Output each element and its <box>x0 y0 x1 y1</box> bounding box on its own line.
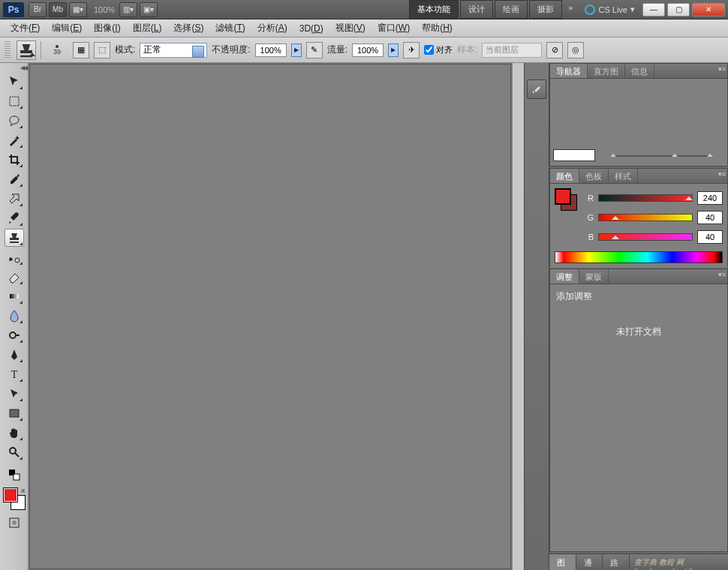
sample-select[interactable]: 当前图层 <box>482 43 542 58</box>
r-slider[interactable] <box>598 194 693 202</box>
stamp-tool[interactable] <box>5 229 24 247</box>
dodge-tool[interactable] <box>5 326 24 344</box>
gradient-tool[interactable] <box>5 287 24 305</box>
tab-channels[interactable]: 通道 <box>576 554 603 570</box>
move-tool[interactable] <box>5 73 24 91</box>
minimize-button[interactable]: — <box>642 3 665 16</box>
minibridge-button[interactable]: Mb <box>49 2 67 17</box>
flow-input[interactable]: 100% <box>352 44 384 57</box>
tab-adjustments[interactable]: 调整 <box>550 269 579 284</box>
toggle-brushes-panel[interactable]: ▦ <box>73 42 89 58</box>
shape-tool[interactable] <box>5 404 24 422</box>
zoom-in-icon[interactable] <box>707 151 713 157</box>
opacity-pressure-button[interactable]: ✎ <box>306 42 323 58</box>
marquee-tool[interactable] <box>5 92 24 110</box>
color-swatch-pair[interactable] <box>555 188 577 211</box>
airbrush-button[interactable]: ✈ <box>403 42 420 58</box>
arrange-docs-button[interactable]: ▥▾ <box>119 2 137 17</box>
menu-3d[interactable]: 3D(D) <box>293 21 329 36</box>
tab-swatches[interactable]: 色板 <box>579 169 609 183</box>
menu-filter[interactable]: 滤镜(T) <box>209 20 251 37</box>
menu-select[interactable]: 选择(S) <box>167 20 209 37</box>
zoom-out-icon[interactable] <box>610 151 616 157</box>
pressure-size-button[interactable]: ◎ <box>567 42 584 58</box>
navigator-zoom-input[interactable] <box>553 149 595 161</box>
menu-window[interactable]: 窗口(W) <box>372 20 416 37</box>
flow-flyout[interactable]: ▶ <box>388 44 399 57</box>
opacity-input[interactable]: 100% <box>255 44 287 57</box>
vertical-scrollbar[interactable] <box>512 63 524 570</box>
b-slider[interactable] <box>598 233 693 241</box>
view-extras-button[interactable]: ▦▾ <box>69 2 87 17</box>
tab-layers[interactable]: 图层 <box>549 554 576 570</box>
menu-view[interactable]: 视图(V) <box>329 20 372 37</box>
color-swatches[interactable]: ⤭ <box>3 488 26 510</box>
foreground-color[interactable] <box>3 488 18 502</box>
brush-tool[interactable] <box>5 209 24 227</box>
healing-tool[interactable] <box>5 190 24 208</box>
close-button[interactable]: ✕ <box>692 3 725 16</box>
options-grip[interactable] <box>5 41 11 59</box>
type-tool[interactable]: T <box>5 365 24 383</box>
tab-masks[interactable]: 蒙版 <box>579 269 609 284</box>
opacity-flyout[interactable]: ▶ <box>291 44 302 57</box>
tab-color[interactable]: 颜色 <box>550 169 579 183</box>
brush-preset-picker[interactable]: 39 <box>46 40 68 60</box>
blend-mode-select[interactable]: 正常 <box>140 43 207 58</box>
tab-histogram[interactable]: 直方图 <box>588 64 625 78</box>
g-slider[interactable] <box>598 214 693 221</box>
lasso-tool[interactable] <box>5 112 24 130</box>
workspace-design[interactable]: 设计 <box>460 0 493 19</box>
eyedropper-tool[interactable] <box>5 170 24 188</box>
zoom-slider-thumb[interactable] <box>672 151 678 157</box>
tab-info[interactable]: 信息 <box>625 64 654 78</box>
hand-tool[interactable] <box>5 424 24 442</box>
cslive-button[interactable]: CS Live ▾ <box>585 4 635 15</box>
tab-navigator[interactable]: 导航器 <box>550 64 588 78</box>
pen-tool[interactable] <box>5 346 24 364</box>
menu-analysis[interactable]: 分析(A) <box>251 20 293 37</box>
ignore-adjustment-button[interactable]: ⊘ <box>546 42 563 58</box>
canvas[interactable] <box>29 64 511 569</box>
crop-tool[interactable] <box>5 151 24 169</box>
color-spectrum[interactable] <box>555 251 723 263</box>
zoom-display[interactable]: 100% <box>94 5 115 14</box>
menu-edit[interactable]: 编辑(E) <box>46 20 88 37</box>
menu-layer[interactable]: 图层(L) <box>127 20 168 37</box>
menu-image[interactable]: 图像(I) <box>88 20 126 37</box>
current-tool-preset[interactable] <box>17 40 36 60</box>
adjustments-panel-menu[interactable]: ▾≡ <box>718 271 726 278</box>
workspace-photography[interactable]: 摄影 <box>529 0 562 19</box>
toolbox-collapse[interactable]: ◀◀ <box>0 64 28 72</box>
maximize-button[interactable]: ▢ <box>667 3 690 16</box>
blur-tool[interactable] <box>5 307 24 325</box>
menu-file[interactable]: 文件(F) <box>5 20 46 37</box>
wand-tool[interactable] <box>5 131 24 149</box>
workspace-painting[interactable]: 绘画 <box>495 0 528 19</box>
tab-paths[interactable]: 路径 <box>603 554 630 570</box>
screen-mode-button[interactable]: ▣▾ <box>140 2 158 17</box>
navigator-panel-menu[interactable]: ▾≡ <box>718 65 726 73</box>
navigator-zoom-slider[interactable] <box>610 154 712 158</box>
toggle-clone-panel[interactable]: ⬚ <box>94 42 110 58</box>
tab-styles[interactable]: 样式 <box>609 169 638 183</box>
quickmask-toggle[interactable] <box>5 514 24 532</box>
history-brush-tool[interactable] <box>5 248 24 266</box>
history-panel-icon[interactable] <box>527 80 546 99</box>
aligned-check[interactable] <box>424 45 434 55</box>
g-value[interactable]: 40 <box>697 211 723 224</box>
aligned-checkbox[interactable]: 对齐 <box>424 44 453 56</box>
r-value[interactable]: 240 <box>697 191 723 205</box>
zoom-tool[interactable] <box>5 443 24 461</box>
workspace-essentials[interactable]: 基本功能 <box>409 0 459 19</box>
eraser-tool[interactable] <box>5 268 24 286</box>
color-panel-menu[interactable]: ▾≡ <box>718 170 726 178</box>
menu-help[interactable]: 帮助(H) <box>416 20 459 37</box>
bridge-button[interactable]: Br <box>29 2 47 17</box>
b-value[interactable]: 40 <box>697 230 723 244</box>
swap-colors-icon[interactable]: ⤭ <box>20 488 26 494</box>
path-select-tool[interactable] <box>5 385 24 403</box>
workspace-more[interactable]: » <box>564 0 577 19</box>
panel-fg-color[interactable] <box>555 188 571 205</box>
default-colors[interactable] <box>5 466 24 484</box>
